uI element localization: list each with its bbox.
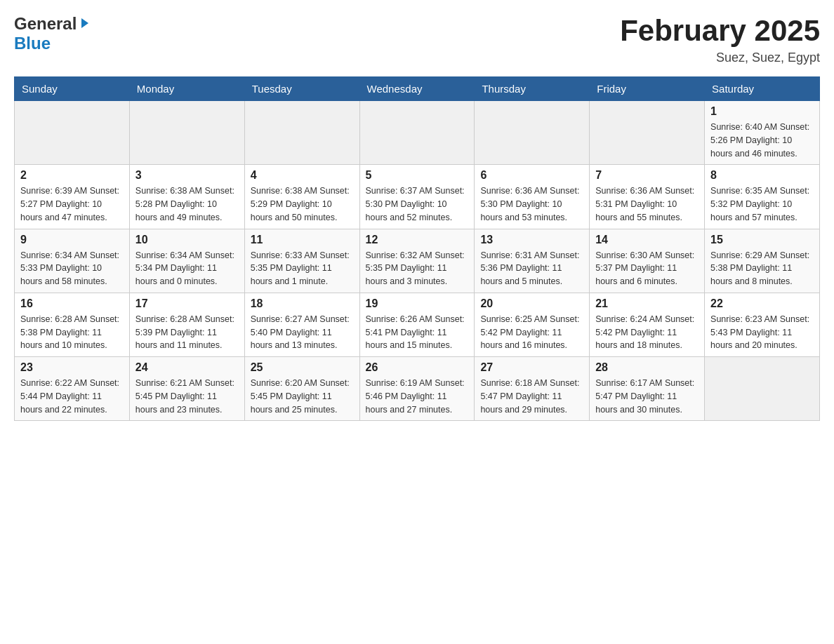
day-number: 22 — [710, 297, 814, 310]
day-number: 10 — [135, 234, 239, 246]
calendar-cell: 6Sunrise: 6:36 AM Sunset: 5:30 PM Daylig… — [475, 165, 590, 229]
day-info: Sunrise: 6:26 AM Sunset: 5:41 PM Dayligh… — [366, 313, 469, 352]
calendar-cell: 8Sunrise: 6:35 AM Sunset: 5:32 PM Daylig… — [705, 165, 820, 229]
day-number: 18 — [251, 297, 354, 310]
logo-general-text: General — [14, 14, 77, 34]
calendar-cell: 9Sunrise: 6:34 AM Sunset: 5:33 PM Daylig… — [15, 229, 130, 293]
calendar-cell: 28Sunrise: 6:17 AM Sunset: 5:47 PM Dayli… — [590, 357, 705, 421]
day-info: Sunrise: 6:36 AM Sunset: 5:30 PM Dayligh… — [480, 185, 583, 224]
day-info: Sunrise: 6:34 AM Sunset: 5:34 PM Dayligh… — [135, 249, 239, 288]
day-info: Sunrise: 6:36 AM Sunset: 5:31 PM Dayligh… — [595, 185, 699, 224]
day-info: Sunrise: 6:38 AM Sunset: 5:29 PM Dayligh… — [251, 185, 354, 224]
calendar-cell: 14Sunrise: 6:30 AM Sunset: 5:37 PM Dayli… — [590, 229, 705, 293]
day-number: 9 — [20, 234, 124, 246]
weekday-header-monday: Monday — [129, 77, 244, 101]
calendar-cell: 25Sunrise: 6:20 AM Sunset: 5:45 PM Dayli… — [244, 357, 359, 421]
calendar-cell — [590, 101, 705, 165]
day-number: 19 — [366, 297, 469, 310]
weekday-header-saturday: Saturday — [705, 77, 820, 101]
day-info: Sunrise: 6:30 AM Sunset: 5:37 PM Dayligh… — [595, 249, 699, 288]
calendar-cell: 26Sunrise: 6:19 AM Sunset: 5:46 PM Dayli… — [359, 357, 475, 421]
day-info: Sunrise: 6:39 AM Sunset: 5:27 PM Dayligh… — [20, 185, 124, 224]
calendar-cell: 12Sunrise: 6:32 AM Sunset: 5:35 PM Dayli… — [359, 229, 475, 293]
day-number: 15 — [710, 234, 814, 246]
day-number: 6 — [480, 169, 583, 182]
calendar-cell: 15Sunrise: 6:29 AM Sunset: 5:38 PM Dayli… — [705, 229, 820, 293]
calendar-cell: 7Sunrise: 6:36 AM Sunset: 5:31 PM Daylig… — [590, 165, 705, 229]
day-info: Sunrise: 6:38 AM Sunset: 5:28 PM Dayligh… — [135, 185, 239, 224]
day-info: Sunrise: 6:37 AM Sunset: 5:30 PM Dayligh… — [366, 185, 469, 224]
day-number: 28 — [595, 361, 699, 374]
day-number: 8 — [710, 169, 814, 182]
day-info: Sunrise: 6:28 AM Sunset: 5:38 PM Dayligh… — [20, 313, 124, 352]
day-info: Sunrise: 6:20 AM Sunset: 5:45 PM Dayligh… — [251, 377, 354, 416]
calendar-cell — [244, 101, 359, 165]
calendar-cell: 4Sunrise: 6:38 AM Sunset: 5:29 PM Daylig… — [244, 165, 359, 229]
day-number: 13 — [480, 234, 583, 246]
day-number: 7 — [595, 169, 699, 182]
day-info: Sunrise: 6:40 AM Sunset: 5:26 PM Dayligh… — [710, 121, 814, 160]
weekday-header-friday: Friday — [590, 77, 705, 101]
calendar-cell: 23Sunrise: 6:22 AM Sunset: 5:44 PM Dayli… — [15, 357, 130, 421]
calendar-title: February 2025 — [620, 14, 820, 48]
calendar-cell: 10Sunrise: 6:34 AM Sunset: 5:34 PM Dayli… — [129, 229, 244, 293]
title-block: February 2025 Suez, Suez, Egypt — [620, 14, 820, 65]
calendar-cell — [705, 357, 820, 421]
day-number: 4 — [251, 169, 354, 182]
calendar-table: SundayMondayTuesdayWednesdayThursdayFrid… — [14, 76, 820, 421]
calendar-cell: 17Sunrise: 6:28 AM Sunset: 5:39 PM Dayli… — [129, 293, 244, 356]
calendar-week-row: 1Sunrise: 6:40 AM Sunset: 5:26 PM Daylig… — [15, 101, 820, 165]
calendar-cell: 24Sunrise: 6:21 AM Sunset: 5:45 PM Dayli… — [129, 357, 244, 421]
day-number: 26 — [366, 361, 469, 374]
calendar-week-row: 23Sunrise: 6:22 AM Sunset: 5:44 PM Dayli… — [15, 357, 820, 421]
logo-blue-text: Blue — [14, 34, 51, 53]
day-number: 24 — [135, 361, 239, 374]
calendar-cell: 22Sunrise: 6:23 AM Sunset: 5:43 PM Dayli… — [705, 293, 820, 356]
calendar-cell — [359, 101, 475, 165]
calendar-cell — [15, 101, 130, 165]
day-number: 23 — [20, 361, 124, 374]
calendar-cell: 11Sunrise: 6:33 AM Sunset: 5:35 PM Dayli… — [244, 229, 359, 293]
day-info: Sunrise: 6:32 AM Sunset: 5:35 PM Dayligh… — [366, 249, 469, 288]
calendar-cell: 18Sunrise: 6:27 AM Sunset: 5:40 PM Dayli… — [244, 293, 359, 356]
day-number: 1 — [710, 105, 814, 118]
day-info: Sunrise: 6:31 AM Sunset: 5:36 PM Dayligh… — [480, 249, 583, 288]
calendar-week-row: 16Sunrise: 6:28 AM Sunset: 5:38 PM Dayli… — [15, 293, 820, 356]
calendar-cell: 16Sunrise: 6:28 AM Sunset: 5:38 PM Dayli… — [15, 293, 130, 356]
day-number: 2 — [20, 169, 124, 182]
day-info: Sunrise: 6:18 AM Sunset: 5:47 PM Dayligh… — [480, 377, 583, 416]
day-number: 5 — [366, 169, 469, 182]
logo-arrow-icon — [79, 17, 91, 32]
weekday-header-wednesday: Wednesday — [359, 77, 475, 101]
page-header: General Blue February 2025 Suez, Suez, E… — [14, 14, 820, 65]
day-info: Sunrise: 6:29 AM Sunset: 5:38 PM Dayligh… — [710, 249, 814, 288]
calendar-cell: 2Sunrise: 6:39 AM Sunset: 5:27 PM Daylig… — [15, 165, 130, 229]
weekday-header-thursday: Thursday — [475, 77, 590, 101]
day-number: 16 — [20, 297, 124, 310]
day-number: 11 — [251, 234, 354, 246]
weekday-header-sunday: Sunday — [15, 77, 130, 101]
calendar-cell: 13Sunrise: 6:31 AM Sunset: 5:36 PM Dayli… — [475, 229, 590, 293]
calendar-cell — [129, 101, 244, 165]
calendar-cell: 5Sunrise: 6:37 AM Sunset: 5:30 PM Daylig… — [359, 165, 475, 229]
calendar-cell: 3Sunrise: 6:38 AM Sunset: 5:28 PM Daylig… — [129, 165, 244, 229]
day-info: Sunrise: 6:17 AM Sunset: 5:47 PM Dayligh… — [595, 377, 699, 416]
day-info: Sunrise: 6:33 AM Sunset: 5:35 PM Dayligh… — [251, 249, 354, 288]
day-info: Sunrise: 6:24 AM Sunset: 5:42 PM Dayligh… — [595, 313, 699, 352]
day-number: 20 — [480, 297, 583, 310]
day-info: Sunrise: 6:35 AM Sunset: 5:32 PM Dayligh… — [710, 185, 814, 224]
day-info: Sunrise: 6:23 AM Sunset: 5:43 PM Dayligh… — [710, 313, 814, 352]
day-info: Sunrise: 6:19 AM Sunset: 5:46 PM Dayligh… — [366, 377, 469, 416]
calendar-week-row: 9Sunrise: 6:34 AM Sunset: 5:33 PM Daylig… — [15, 229, 820, 293]
svg-marker-0 — [81, 18, 88, 28]
day-number: 17 — [135, 297, 239, 310]
calendar-week-row: 2Sunrise: 6:39 AM Sunset: 5:27 PM Daylig… — [15, 165, 820, 229]
day-info: Sunrise: 6:28 AM Sunset: 5:39 PM Dayligh… — [135, 313, 239, 352]
calendar-cell: 19Sunrise: 6:26 AM Sunset: 5:41 PM Dayli… — [359, 293, 475, 356]
day-info: Sunrise: 6:21 AM Sunset: 5:45 PM Dayligh… — [135, 377, 239, 416]
location-text: Suez, Suez, Egypt — [620, 51, 820, 65]
day-info: Sunrise: 6:25 AM Sunset: 5:42 PM Dayligh… — [480, 313, 583, 352]
day-info: Sunrise: 6:27 AM Sunset: 5:40 PM Dayligh… — [251, 313, 354, 352]
day-number: 25 — [251, 361, 354, 374]
day-info: Sunrise: 6:22 AM Sunset: 5:44 PM Dayligh… — [20, 377, 124, 416]
